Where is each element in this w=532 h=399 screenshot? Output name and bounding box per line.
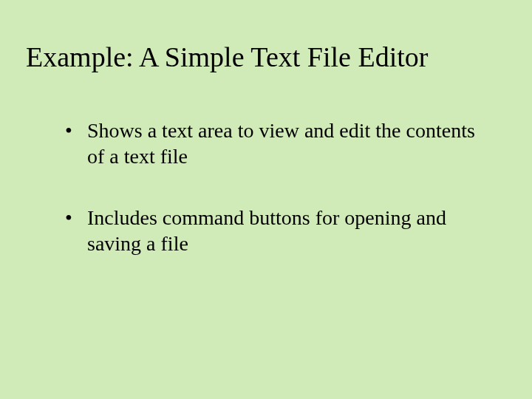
- bullet-item: Includes command buttons for opening and…: [65, 205, 479, 256]
- bullet-item: Shows a text area to view and edit the c…: [65, 117, 479, 169]
- slide: Example: A Simple Text File Editor Shows…: [0, 0, 532, 399]
- bullet-list: Shows a text area to view and edit the c…: [30, 117, 502, 256]
- slide-title: Example: A Simple Text File Editor: [26, 41, 502, 73]
